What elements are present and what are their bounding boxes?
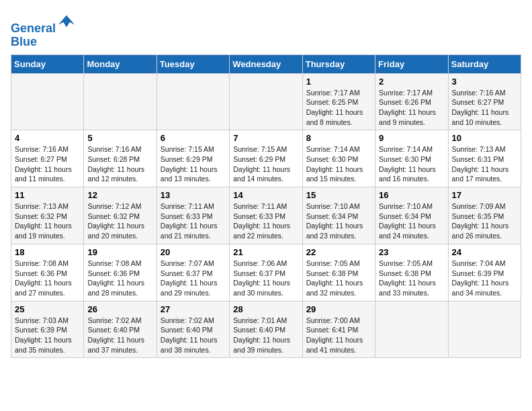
day-number: 25 bbox=[15, 304, 80, 314]
day-number: 27 bbox=[161, 304, 226, 314]
day-number: 15 bbox=[306, 190, 371, 200]
calendar-cell: 27Sunrise: 7:02 AM Sunset: 6:40 PM Dayli… bbox=[157, 301, 229, 358]
day-number: 7 bbox=[233, 133, 298, 143]
calendar-cell: 22Sunrise: 7:05 AM Sunset: 6:38 PM Dayli… bbox=[302, 244, 375, 301]
day-number: 4 bbox=[15, 133, 80, 143]
day-info: Sunrise: 7:08 AM Sunset: 6:36 PM Dayligh… bbox=[15, 259, 80, 298]
calendar-cell: 8Sunrise: 7:14 AM Sunset: 6:30 PM Daylig… bbox=[302, 130, 375, 187]
calendar-cell: 11Sunrise: 7:13 AM Sunset: 6:32 PM Dayli… bbox=[11, 187, 84, 244]
day-number: 28 bbox=[233, 304, 298, 314]
day-number: 18 bbox=[15, 247, 80, 257]
logo-bird-icon bbox=[57, 13, 76, 32]
day-of-week-monday: Monday bbox=[84, 54, 157, 73]
day-info: Sunrise: 7:14 AM Sunset: 6:30 PM Dayligh… bbox=[306, 144, 371, 184]
day-info: Sunrise: 7:16 AM Sunset: 6:27 PM Dayligh… bbox=[15, 144, 80, 184]
calendar-cell: 2Sunrise: 7:17 AM Sunset: 6:26 PM Daylig… bbox=[375, 73, 448, 130]
day-of-week-wednesday: Wednesday bbox=[230, 54, 302, 73]
day-info: Sunrise: 7:03 AM Sunset: 6:39 PM Dayligh… bbox=[15, 316, 80, 355]
day-number: 2 bbox=[379, 77, 444, 87]
day-info: Sunrise: 7:10 AM Sunset: 6:34 PM Dayligh… bbox=[379, 201, 444, 241]
day-info: Sunrise: 7:13 AM Sunset: 6:32 PM Dayligh… bbox=[15, 201, 80, 241]
day-number: 1 bbox=[306, 77, 371, 87]
week-row-4: 18Sunrise: 7:08 AM Sunset: 6:36 PM Dayli… bbox=[11, 244, 521, 301]
day-info: Sunrise: 7:02 AM Sunset: 6:40 PM Dayligh… bbox=[161, 316, 226, 355]
calendar-cell: 17Sunrise: 7:09 AM Sunset: 6:35 PM Dayli… bbox=[448, 187, 521, 244]
day-number: 24 bbox=[452, 247, 517, 257]
calendar-cell: 23Sunrise: 7:05 AM Sunset: 6:38 PM Dayli… bbox=[375, 244, 448, 301]
day-info: Sunrise: 7:04 AM Sunset: 6:39 PM Dayligh… bbox=[452, 259, 517, 298]
calendar-cell bbox=[11, 73, 84, 130]
day-info: Sunrise: 7:08 AM Sunset: 6:36 PM Dayligh… bbox=[87, 259, 152, 298]
day-info: Sunrise: 7:02 AM Sunset: 6:40 PM Dayligh… bbox=[87, 316, 152, 355]
day-number: 23 bbox=[379, 247, 444, 257]
calendar-cell: 14Sunrise: 7:11 AM Sunset: 6:33 PM Dayli… bbox=[230, 187, 302, 244]
calendar-body: 1Sunrise: 7:17 AM Sunset: 6:25 PM Daylig… bbox=[11, 73, 521, 358]
calendar-cell: 19Sunrise: 7:08 AM Sunset: 6:36 PM Dayli… bbox=[84, 244, 157, 301]
day-number: 11 bbox=[15, 190, 80, 200]
logo: General Blue bbox=[11, 13, 76, 49]
calendar-header: SundayMondayTuesdayWednesdayThursdayFrid… bbox=[11, 54, 521, 73]
day-info: Sunrise: 7:17 AM Sunset: 6:25 PM Dayligh… bbox=[306, 88, 371, 128]
svg-marker-0 bbox=[58, 15, 75, 28]
logo-text: General Blue bbox=[11, 13, 76, 49]
week-row-3: 11Sunrise: 7:13 AM Sunset: 6:32 PM Dayli… bbox=[11, 187, 521, 244]
day-of-week-thursday: Thursday bbox=[302, 54, 375, 73]
day-number: 22 bbox=[306, 247, 371, 257]
calendar-cell: 5Sunrise: 7:16 AM Sunset: 6:28 PM Daylig… bbox=[84, 130, 157, 187]
day-info: Sunrise: 7:05 AM Sunset: 6:38 PM Dayligh… bbox=[379, 259, 444, 298]
week-row-2: 4Sunrise: 7:16 AM Sunset: 6:27 PM Daylig… bbox=[11, 130, 521, 187]
calendar-cell bbox=[230, 73, 302, 130]
day-number: 21 bbox=[233, 247, 298, 257]
day-info: Sunrise: 7:12 AM Sunset: 6:32 PM Dayligh… bbox=[87, 201, 152, 241]
day-number: 17 bbox=[452, 190, 517, 200]
calendar-cell: 25Sunrise: 7:03 AM Sunset: 6:39 PM Dayli… bbox=[11, 301, 84, 358]
day-info: Sunrise: 7:14 AM Sunset: 6:30 PM Dayligh… bbox=[379, 144, 444, 184]
day-info: Sunrise: 7:11 AM Sunset: 6:33 PM Dayligh… bbox=[161, 201, 226, 241]
page-header: General Blue bbox=[11, 11, 521, 49]
calendar-cell bbox=[157, 73, 229, 130]
calendar-cell: 9Sunrise: 7:14 AM Sunset: 6:30 PM Daylig… bbox=[375, 130, 448, 187]
calendar-cell: 28Sunrise: 7:01 AM Sunset: 6:40 PM Dayli… bbox=[230, 301, 302, 358]
day-number: 5 bbox=[87, 133, 152, 143]
day-info: Sunrise: 7:10 AM Sunset: 6:34 PM Dayligh… bbox=[306, 201, 371, 241]
days-of-week-row: SundayMondayTuesdayWednesdayThursdayFrid… bbox=[11, 54, 521, 73]
calendar-cell: 18Sunrise: 7:08 AM Sunset: 6:36 PM Dayli… bbox=[11, 244, 84, 301]
day-number: 6 bbox=[161, 133, 226, 143]
calendar-cell: 7Sunrise: 7:15 AM Sunset: 6:29 PM Daylig… bbox=[230, 130, 302, 187]
day-number: 16 bbox=[379, 190, 444, 200]
calendar-cell: 6Sunrise: 7:15 AM Sunset: 6:29 PM Daylig… bbox=[157, 130, 229, 187]
calendar-cell: 26Sunrise: 7:02 AM Sunset: 6:40 PM Dayli… bbox=[84, 301, 157, 358]
day-info: Sunrise: 7:16 AM Sunset: 6:27 PM Dayligh… bbox=[452, 88, 517, 128]
day-number: 14 bbox=[233, 190, 298, 200]
calendar-table: SundayMondayTuesdayWednesdayThursdayFrid… bbox=[11, 54, 521, 359]
day-info: Sunrise: 7:05 AM Sunset: 6:38 PM Dayligh… bbox=[306, 259, 371, 298]
day-number: 8 bbox=[306, 133, 371, 143]
day-of-week-tuesday: Tuesday bbox=[157, 54, 229, 73]
day-of-week-friday: Friday bbox=[375, 54, 448, 73]
day-info: Sunrise: 7:15 AM Sunset: 6:29 PM Dayligh… bbox=[233, 144, 298, 184]
day-number: 3 bbox=[452, 77, 517, 87]
calendar-cell: 1Sunrise: 7:17 AM Sunset: 6:25 PM Daylig… bbox=[302, 73, 375, 130]
day-info: Sunrise: 7:17 AM Sunset: 6:26 PM Dayligh… bbox=[379, 88, 444, 128]
calendar-cell: 13Sunrise: 7:11 AM Sunset: 6:33 PM Dayli… bbox=[157, 187, 229, 244]
day-number: 12 bbox=[87, 190, 152, 200]
calendar-cell: 29Sunrise: 7:00 AM Sunset: 6:41 PM Dayli… bbox=[302, 301, 375, 358]
day-info: Sunrise: 7:01 AM Sunset: 6:40 PM Dayligh… bbox=[233, 316, 298, 355]
calendar-cell: 10Sunrise: 7:13 AM Sunset: 6:31 PM Dayli… bbox=[448, 130, 521, 187]
day-info: Sunrise: 7:09 AM Sunset: 6:35 PM Dayligh… bbox=[452, 201, 517, 241]
day-number: 13 bbox=[161, 190, 226, 200]
day-info: Sunrise: 7:15 AM Sunset: 6:29 PM Dayligh… bbox=[161, 144, 226, 184]
day-number: 19 bbox=[87, 247, 152, 257]
day-number: 29 bbox=[306, 304, 371, 314]
calendar-cell: 3Sunrise: 7:16 AM Sunset: 6:27 PM Daylig… bbox=[448, 73, 521, 130]
day-info: Sunrise: 7:07 AM Sunset: 6:37 PM Dayligh… bbox=[161, 259, 226, 298]
calendar-cell: 15Sunrise: 7:10 AM Sunset: 6:34 PM Dayli… bbox=[302, 187, 375, 244]
calendar-cell bbox=[375, 301, 448, 358]
day-of-week-saturday: Saturday bbox=[448, 54, 521, 73]
week-row-1: 1Sunrise: 7:17 AM Sunset: 6:25 PM Daylig… bbox=[11, 73, 521, 130]
day-info: Sunrise: 7:16 AM Sunset: 6:28 PM Dayligh… bbox=[87, 144, 152, 184]
day-number: 10 bbox=[452, 133, 517, 143]
calendar-cell: 16Sunrise: 7:10 AM Sunset: 6:34 PM Dayli… bbox=[375, 187, 448, 244]
calendar-cell: 12Sunrise: 7:12 AM Sunset: 6:32 PM Dayli… bbox=[84, 187, 157, 244]
calendar-cell: 21Sunrise: 7:06 AM Sunset: 6:37 PM Dayli… bbox=[230, 244, 302, 301]
